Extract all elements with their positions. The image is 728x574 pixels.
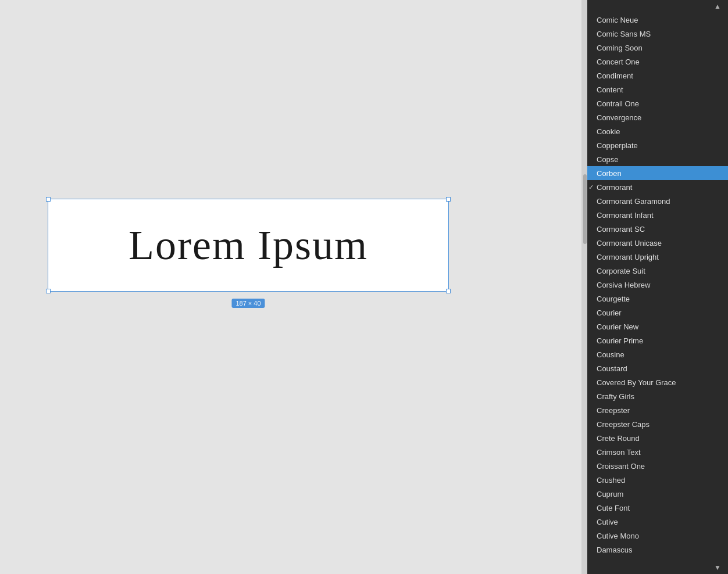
font-item-label: Cormorant Infant (597, 211, 654, 220)
font-item-label: Convergence (597, 113, 641, 122)
font-item[interactable]: ✓Contrail One (587, 96, 728, 110)
font-item-label: Courier Prime (597, 336, 643, 345)
handle-bottom-right[interactable] (446, 289, 451, 293)
font-item[interactable]: ✓Creepster Caps (587, 417, 728, 431)
font-item[interactable]: ✓Corsiva Hebrew (587, 278, 728, 292)
font-item-label: Cutive Mono (597, 532, 639, 540)
font-item[interactable]: ✓Cute Font (587, 501, 728, 515)
font-item-label: Croissant One (597, 462, 645, 471)
font-item[interactable]: ✓Cutive Mono (587, 529, 728, 543)
font-item-label: Content (597, 85, 623, 94)
font-item-label: Crushed (597, 476, 625, 485)
font-item[interactable]: ✓Cousine (587, 347, 728, 361)
font-item[interactable]: ✓Creepster (587, 403, 728, 417)
font-item[interactable]: ✓Comic Sans MS (587, 27, 728, 41)
canvas-element-wrapper: Lorem Ipsum 187 × 40 (48, 199, 449, 292)
font-item[interactable]: ✓Corporate Suit (587, 264, 728, 278)
font-item-label: Crimson Text (597, 448, 641, 457)
checkmark-icon: ✓ (588, 184, 594, 191)
font-item-label: Coming Soon (597, 44, 643, 52)
font-item[interactable]: ✓Condiment (587, 69, 728, 82)
font-item-label: Cutive (597, 518, 618, 526)
font-item[interactable]: ✓Damascus (587, 543, 728, 557)
font-item[interactable]: ✓Cormorant Unicase (587, 236, 728, 250)
font-item[interactable]: ✓Copse (587, 152, 728, 166)
font-item-label: Comic Neue (597, 16, 638, 24)
font-item[interactable]: ✓Cookie (587, 124, 728, 138)
handle-top-left[interactable] (46, 197, 51, 202)
font-item-label: Cute Font (597, 504, 630, 512)
chevron-up-icon: ▲ (714, 2, 721, 10)
font-item-label: Crafty Girls (597, 392, 634, 401)
font-item-label: Condiment (597, 71, 633, 80)
font-item[interactable]: ✓Cormorant Upright (587, 250, 728, 264)
font-item-label: Cookie (597, 127, 620, 136)
font-item[interactable]: ✓Covered By Your Grace (587, 375, 728, 389)
font-item[interactable]: ✓Coustard (587, 361, 728, 375)
font-item-label: Courier (597, 308, 622, 317)
font-item[interactable]: ✓Crushed (587, 473, 728, 487)
handle-top-right[interactable] (446, 197, 451, 202)
font-item[interactable]: ✓Cuprum (587, 487, 728, 501)
font-item[interactable]: ✓Courgette (587, 292, 728, 306)
font-item[interactable]: ✓Damion (587, 557, 728, 561)
font-item-label: Cormorant Upright (597, 253, 659, 261)
font-panel: ▲ ✓Comic Neue✓Comic Sans MS✓Coming Soon✓… (587, 0, 728, 574)
scrollbar-thumb[interactable] (583, 174, 587, 244)
font-item[interactable]: ✓Crimson Text (587, 445, 728, 459)
font-item-label: Cormorant Unicase (597, 239, 662, 247)
font-item-label: Copse (597, 155, 619, 164)
font-item-label: Courier New (597, 322, 638, 331)
canvas-area: Lorem Ipsum 187 × 40 (0, 0, 587, 574)
font-item-label: Damion (597, 559, 623, 562)
font-item-label: Cormorant (597, 183, 632, 192)
font-item-label: Corsiva Hebrew (597, 281, 650, 289)
canvas-element[interactable]: Lorem Ipsum (48, 199, 449, 292)
font-item[interactable]: ✓Courier Prime (587, 333, 728, 347)
font-item[interactable]: ✓Cormorant Infant (587, 208, 728, 222)
font-item[interactable]: ✓Courier New (587, 320, 728, 333)
font-item[interactable]: ✓Crafty Girls (587, 389, 728, 403)
font-item-label: Cuprum (597, 490, 623, 498)
font-item[interactable]: ✓Cormorant (587, 180, 728, 194)
handle-bottom-left[interactable] (46, 289, 51, 293)
font-item-label: Coustard (597, 364, 627, 373)
font-item-label: Copperplate (597, 141, 638, 150)
font-item[interactable]: ✓Concert One (587, 55, 728, 69)
chevron-down-icon: ▼ (714, 564, 721, 572)
font-item-label: Damascus (597, 546, 632, 554)
font-item[interactable]: ✓Copperplate (587, 138, 728, 152)
font-item-label: Corporate Suit (597, 267, 645, 275)
font-item[interactable]: ✓Crete Round (587, 431, 728, 445)
font-item-label: Crete Round (597, 434, 640, 443)
font-item[interactable]: ✓Coming Soon (587, 41, 728, 55)
font-item-label: Cormorant SC (597, 225, 645, 234)
font-item[interactable]: ✓Cormorant Garamond (587, 194, 728, 208)
font-item-label: Concert One (597, 58, 640, 66)
font-item[interactable]: ✓Croissant One (587, 459, 728, 473)
dimension-badge: 187 × 40 (231, 299, 265, 308)
scroll-up-indicator[interactable]: ▲ (587, 0, 728, 13)
font-item[interactable]: ✓Cormorant SC (587, 222, 728, 236)
font-item-label: Comic Sans MS (597, 30, 651, 38)
font-item-label: Cousine (597, 350, 624, 359)
font-item-label: Courgette (597, 295, 630, 303)
font-item-label: Creepster (597, 406, 630, 415)
font-item[interactable]: ✓Content (587, 82, 728, 96)
scroll-down-indicator[interactable]: ▼ (587, 561, 728, 574)
font-item[interactable]: ✓Corben (587, 166, 728, 180)
font-item-label: Covered By Your Grace (597, 378, 676, 387)
font-list: ✓Comic Neue✓Comic Sans MS✓Coming Soon✓Co… (587, 13, 728, 561)
font-item[interactable]: ✓Convergence (587, 110, 728, 124)
canvas-text: Lorem Ipsum (129, 221, 368, 270)
font-item-label: Contrail One (597, 99, 639, 108)
font-item-label: Corben (597, 169, 622, 178)
font-item-label: Creepster Caps (597, 420, 650, 429)
font-item-label: Cormorant Garamond (597, 197, 670, 206)
font-item[interactable]: ✓Comic Neue (587, 13, 728, 27)
font-item[interactable]: ✓Courier (587, 306, 728, 320)
font-item[interactable]: ✓Cutive (587, 515, 728, 529)
